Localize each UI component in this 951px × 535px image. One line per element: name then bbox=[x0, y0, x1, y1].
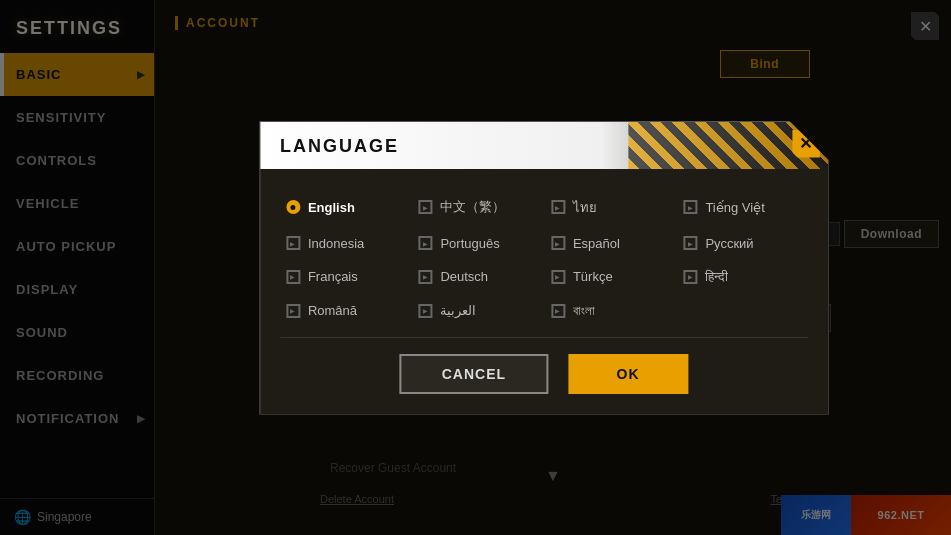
radio-indonesia bbox=[286, 236, 300, 250]
lang-item-deutsch[interactable]: Deutsch bbox=[412, 261, 543, 293]
lang-item-zh-tw[interactable]: 中文（繁） bbox=[412, 189, 543, 226]
lang-item-bengali[interactable]: বাংলা bbox=[545, 295, 676, 327]
language-dialog: LANGUAGE ✕ English 中文（繁） ไทย Tiếng Việt … bbox=[259, 121, 829, 415]
cancel-button[interactable]: CANCEL bbox=[400, 354, 548, 394]
lang-item-french[interactable]: Français bbox=[280, 261, 411, 293]
lang-label-vietnamese: Tiếng Việt bbox=[705, 200, 764, 215]
lang-label-english: English bbox=[308, 200, 355, 215]
dialog-header: LANGUAGE bbox=[260, 122, 828, 169]
radio-zh-tw bbox=[418, 200, 432, 214]
lang-label-russian: Русский bbox=[705, 236, 753, 251]
lang-item-spanish[interactable]: Español bbox=[545, 228, 676, 259]
lang-label-spanish: Español bbox=[573, 236, 620, 251]
lang-label-bengali: বাংলা bbox=[573, 303, 595, 319]
lang-item-hindi[interactable]: हिन्दी bbox=[677, 261, 808, 293]
radio-deutsch bbox=[418, 270, 432, 284]
radio-spanish bbox=[551, 236, 565, 250]
lang-label-french: Français bbox=[308, 269, 358, 284]
lang-item-empty bbox=[677, 295, 808, 327]
lang-label-hindi: हिन्दी bbox=[705, 269, 728, 285]
lang-item-vietnamese[interactable]: Tiếng Việt bbox=[677, 189, 808, 226]
ok-button[interactable]: OK bbox=[568, 354, 688, 394]
radio-vietnamese bbox=[683, 200, 697, 214]
lang-item-thai[interactable]: ไทย bbox=[545, 189, 676, 226]
language-grid: English 中文（繁） ไทย Tiếng Việt Indonesia P… bbox=[260, 169, 828, 337]
lang-item-indonesia[interactable]: Indonesia bbox=[280, 228, 411, 259]
lang-label-thai: ไทย bbox=[573, 197, 597, 218]
radio-portuguese bbox=[418, 236, 432, 250]
radio-russian bbox=[683, 236, 697, 250]
lang-label-romanian: Română bbox=[308, 303, 357, 318]
radio-bengali bbox=[551, 304, 565, 318]
radio-english bbox=[286, 200, 300, 214]
lang-item-turkish[interactable]: Türkçe bbox=[545, 261, 676, 293]
radio-turkish bbox=[551, 270, 565, 284]
lang-label-deutsch: Deutsch bbox=[440, 269, 488, 284]
lang-item-arabic[interactable]: العربية bbox=[412, 295, 543, 327]
lang-item-portuguese[interactable]: Português bbox=[412, 228, 543, 259]
lang-item-romanian[interactable]: Română bbox=[280, 295, 411, 327]
radio-hindi bbox=[683, 270, 697, 284]
lang-label-indonesia: Indonesia bbox=[308, 236, 364, 251]
lang-label-turkish: Türkçe bbox=[573, 269, 613, 284]
radio-thai bbox=[551, 200, 565, 214]
lang-label-arabic: العربية bbox=[440, 303, 476, 318]
lang-item-russian[interactable]: Русский bbox=[677, 228, 808, 259]
dialog-title: LANGUAGE bbox=[280, 136, 808, 157]
radio-french bbox=[286, 270, 300, 284]
dialog-footer: CANCEL OK bbox=[260, 338, 828, 414]
radio-romanian bbox=[286, 304, 300, 318]
lang-label-portuguese: Português bbox=[440, 236, 499, 251]
radio-arabic bbox=[418, 304, 432, 318]
lang-label-zh-tw: 中文（繁） bbox=[440, 198, 505, 216]
lang-item-english[interactable]: English bbox=[280, 189, 411, 226]
